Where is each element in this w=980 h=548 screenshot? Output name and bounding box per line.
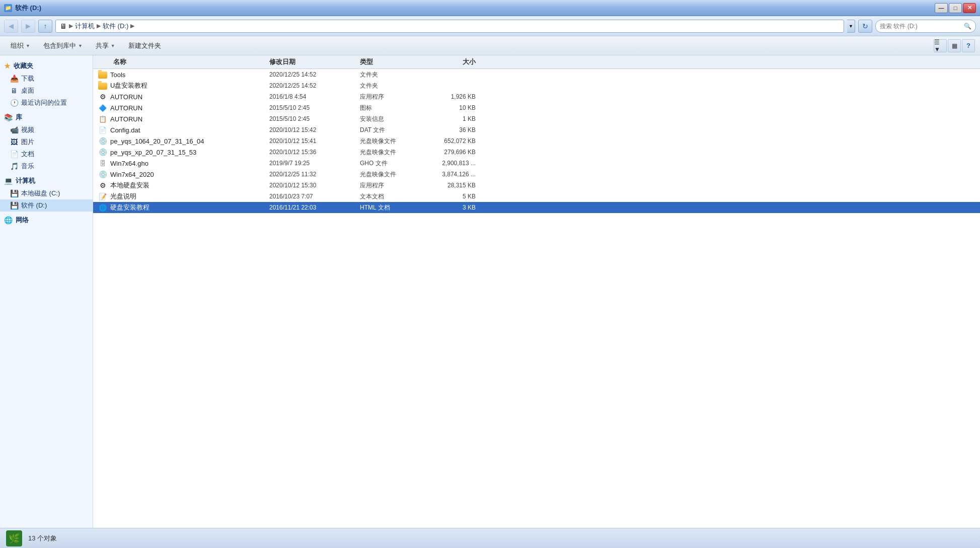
change-view-button[interactable]: ☰ ▼ xyxy=(934,39,947,52)
file-name-cell: 🔷 AUTORUN xyxy=(93,103,269,112)
new-folder-button[interactable]: 新建文件夹 xyxy=(123,39,167,53)
table-row[interactable]: U盘安装教程 2020/12/25 14:52 文件夹 xyxy=(93,80,980,91)
window-title: 软件 (D:) xyxy=(15,4,41,13)
video-label: 视频 xyxy=(21,125,34,134)
libraries-header[interactable]: 📚 库 xyxy=(0,111,93,124)
sidebar-item-documents[interactable]: 📄 文档 xyxy=(0,148,93,160)
sidebar-item-music[interactable]: 🎵 音乐 xyxy=(0,160,93,172)
organize-button[interactable]: 组织 ▼ xyxy=(5,39,36,53)
computer-label: 计算机 xyxy=(16,176,35,185)
table-row[interactable]: 💿 pe_yqs_xp_20_07_31_15_53 2020/10/12 15… xyxy=(93,147,980,158)
file-size: 5 KB xyxy=(425,193,486,200)
file-name-cell: 🌐 硬盘安装教程 xyxy=(93,203,269,212)
file-icon: 💿 xyxy=(98,170,107,179)
app-icon: 🌿 xyxy=(6,530,22,546)
titlebar-left: 📁 软件 (D:) xyxy=(4,4,41,13)
up-button[interactable]: ↑ xyxy=(38,20,52,33)
close-button[interactable]: ✕ xyxy=(963,3,976,13)
back-button[interactable]: ◀ xyxy=(4,20,18,33)
file-date: 2016/1/8 4:54 xyxy=(269,93,360,100)
search-icon[interactable]: 🔍 xyxy=(964,23,971,30)
address-path[interactable]: 🖥 ▶ 计算机 ▶ 软件 (D:) ▶ xyxy=(55,20,844,33)
share-button[interactable]: 共享 ▼ xyxy=(90,39,121,53)
help-button[interactable]: ? xyxy=(962,39,975,52)
libraries-section: 📚 库 📹 视频 🖼 图片 📄 文档 🎵 音乐 xyxy=(0,111,93,172)
table-row[interactable]: ⚙ 本地硬盘安装 2020/10/12 15:30 应用程序 28,315 KB xyxy=(93,180,980,191)
network-icon: 🌐 xyxy=(4,216,13,224)
titlebar-controls: — □ ✕ xyxy=(935,3,976,13)
preview-pane-button[interactable]: ▦ xyxy=(948,39,961,52)
file-icon: 📝 xyxy=(98,192,107,201)
favorites-header[interactable]: ★ 收藏夹 xyxy=(0,59,93,73)
sidebar-item-pictures[interactable]: 🖼 图片 xyxy=(0,136,93,148)
file-icon: ⚙ xyxy=(98,92,107,101)
favorites-icon: ★ xyxy=(4,62,11,70)
recent-icon: 🕐 xyxy=(10,99,18,107)
path-computer[interactable]: 计算机 xyxy=(75,22,95,31)
favorites-section: ★ 收藏夹 📥 下载 🖥 桌面 🕐 最近访问的位置 xyxy=(0,59,93,109)
file-type: HTML 文档 xyxy=(360,203,425,212)
file-name: Tools xyxy=(110,71,125,79)
include-library-button[interactable]: 包含到库中 ▼ xyxy=(38,39,88,53)
col-size-header[interactable]: 大小 xyxy=(425,57,486,66)
file-name: pe_yqs_1064_20_07_31_16_04 xyxy=(110,138,204,145)
file-name: 光盘说明 xyxy=(110,192,136,201)
network-label: 网络 xyxy=(16,216,29,225)
table-row[interactable]: 🌐 硬盘安装教程 2016/11/21 22:03 HTML 文档 3 KB xyxy=(93,202,980,213)
file-size: 3,874,126 ... xyxy=(425,171,486,178)
documents-label: 文档 xyxy=(21,150,34,159)
sidebar-item-downloads[interactable]: 📥 下载 xyxy=(0,73,93,85)
d-drive-icon: 💾 xyxy=(10,201,18,210)
file-type: 光盘映像文件 xyxy=(360,170,425,179)
c-drive-icon: 💾 xyxy=(10,189,18,197)
desktop-icon: 🖥 xyxy=(10,87,18,95)
search-input[interactable] xyxy=(880,23,962,30)
sidebar-item-c-drive[interactable]: 💾 本地磁盘 (C:) xyxy=(0,187,93,199)
toolbar: 组织 ▼ 包含到库中 ▼ 共享 ▼ 新建文件夹 ☰ ▼ ▦ ? xyxy=(0,36,980,55)
libraries-icon: 📚 xyxy=(4,113,13,121)
col-type-header[interactable]: 类型 xyxy=(360,57,425,66)
forward-button[interactable]: ▶ xyxy=(21,20,35,33)
col-name-header[interactable]: 名称 xyxy=(93,57,269,66)
table-row[interactable]: 💿 Win7x64_2020 2020/12/25 11:32 光盘映像文件 3… xyxy=(93,169,980,180)
recent-label: 最近访问的位置 xyxy=(21,98,67,107)
sidebar-item-recent[interactable]: 🕐 最近访问的位置 xyxy=(0,97,93,109)
network-header[interactable]: 🌐 网络 xyxy=(0,214,93,227)
table-row[interactable]: 💿 pe_yqs_1064_20_07_31_16_04 2020/10/12 … xyxy=(93,135,980,147)
libraries-label: 库 xyxy=(16,113,22,122)
desktop-label: 桌面 xyxy=(21,86,34,95)
path-dropdown-button[interactable]: ▼ xyxy=(847,20,855,33)
table-row[interactable]: 📝 光盘说明 2016/10/23 7:07 文本文档 5 KB xyxy=(93,191,980,202)
file-name-cell: 📄 Config.dat xyxy=(93,125,269,134)
table-row[interactable]: 📋 AUTORUN 2015/5/10 2:45 安装信息 1 KB xyxy=(93,113,980,124)
col-date-header[interactable]: 修改日期 xyxy=(269,57,360,66)
file-date: 2020/12/25 14:52 xyxy=(269,71,360,78)
file-list-header: 名称 修改日期 类型 大小 xyxy=(93,55,980,69)
table-row[interactable]: 🔷 AUTORUN 2015/5/10 2:45 图标 10 KB xyxy=(93,102,980,113)
sidebar-item-video[interactable]: 📹 视频 xyxy=(0,124,93,136)
path-drive[interactable]: 软件 (D:) xyxy=(103,22,128,31)
organize-label: 组织 xyxy=(11,41,24,50)
file-name-cell: U盘安装教程 xyxy=(93,81,269,90)
sidebar-item-d-drive[interactable]: 💾 软件 (D:) xyxy=(0,199,93,212)
sidebar-item-desktop[interactable]: 🖥 桌面 xyxy=(0,85,93,97)
file-name: 本地硬盘安装 xyxy=(110,181,149,190)
maximize-button[interactable]: □ xyxy=(949,3,962,13)
file-name-cell: 🗄 Win7x64.gho xyxy=(93,159,269,168)
computer-header[interactable]: 💻 计算机 xyxy=(0,174,93,187)
table-row[interactable]: 🗄 Win7x64.gho 2019/9/7 19:25 GHO 文件 2,90… xyxy=(93,158,980,169)
file-size: 1,926 KB xyxy=(425,93,486,100)
file-name-cell: 💿 pe_yqs_1064_20_07_31_16_04 xyxy=(93,136,269,146)
table-row[interactable]: 📄 Config.dat 2020/10/12 15:42 DAT 文件 36 … xyxy=(93,124,980,135)
file-type: 光盘映像文件 xyxy=(360,137,425,146)
minimize-button[interactable]: — xyxy=(935,3,948,13)
file-type: 文件夹 xyxy=(360,82,425,90)
table-row[interactable]: ⚙ AUTORUN 2016/1/8 4:54 应用程序 1,926 KB xyxy=(93,91,980,102)
file-size: 2,900,813 ... xyxy=(425,160,486,167)
status-count: 13 个对象 xyxy=(28,534,57,543)
refresh-button[interactable]: ↻ xyxy=(858,20,872,33)
table-row[interactable]: Tools 2020/12/25 14:52 文件夹 xyxy=(93,69,980,80)
file-date: 2020/12/25 11:32 xyxy=(269,171,360,178)
search-box[interactable]: 🔍 xyxy=(875,20,976,33)
file-type: 光盘映像文件 xyxy=(360,148,425,157)
